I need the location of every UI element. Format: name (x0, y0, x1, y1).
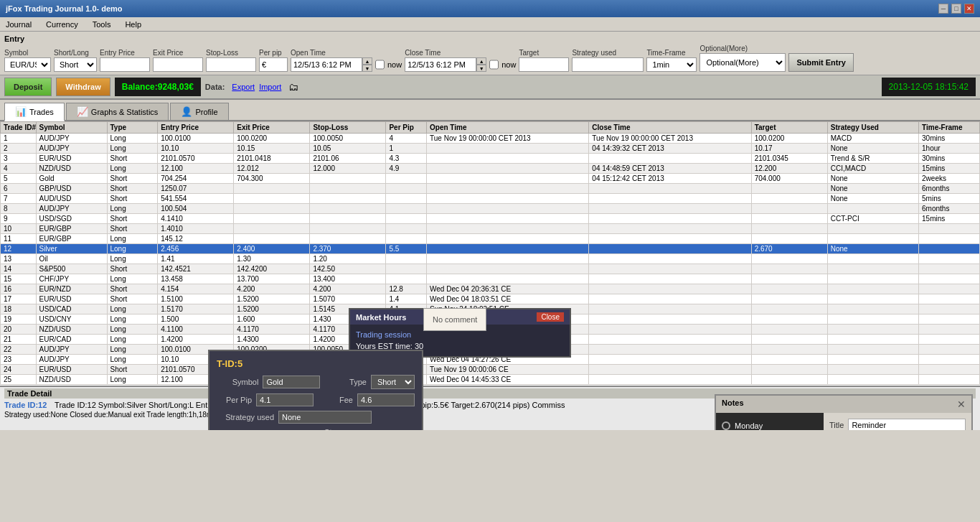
per-pip-input[interactable] (259, 57, 288, 72)
table-row[interactable]: 2AUD/JPYLong10.1010.1510.05104 14:39:32 … (1, 144, 980, 154)
maximize-button[interactable]: □ (951, 4, 961, 14)
table-cell (427, 164, 589, 174)
table-cell: EUR/CAD (36, 335, 107, 345)
table-cell: 1.5200 (234, 304, 310, 314)
table-row[interactable]: 3EUR/USDShort2101.05702101.04182101.064.… (1, 154, 980, 164)
menu-tools[interactable]: Tools (90, 19, 114, 29)
table-row[interactable]: 13OilLong1.411.301.20 (1, 254, 980, 264)
entry-price-input[interactable] (100, 57, 150, 72)
table-cell: 142.4200 (234, 264, 310, 274)
entry-price-label: Entry Price (100, 49, 150, 57)
table-row[interactable]: 14S&P500Short142.4521142.4200142.50 (1, 264, 980, 274)
open-time-spinner[interactable]: ▲ ▼ (362, 57, 372, 72)
reminder-item-monday[interactable]: Monday (719, 417, 821, 430)
table-cell (427, 254, 589, 264)
table-row[interactable]: 25NZD/USDLong12.10012.01212.0004.9Wed De… (1, 375, 980, 385)
symbol-select[interactable]: EUR/USD (4, 57, 51, 72)
menu-help[interactable]: Help (122, 19, 144, 29)
table-row[interactable]: 5GoldShort704.254704.30004 15:12:42 CET … (1, 174, 980, 184)
minimize-button[interactable]: ─ (938, 4, 948, 14)
table-cell: 4.200 (310, 284, 386, 294)
te-pip-input[interactable] (256, 393, 314, 406)
exit-price-input[interactable] (153, 57, 203, 72)
table-cell (427, 184, 589, 194)
table-cell: 13.700 (234, 274, 310, 284)
reminder-popup-title: Notes (722, 399, 744, 410)
submit-entry-button[interactable]: Submit Entry (788, 53, 853, 72)
close-button[interactable]: ✕ (964, 4, 974, 14)
open-time-up[interactable]: ▲ (362, 57, 372, 65)
export-link[interactable]: Export (232, 83, 255, 91)
close-time-up[interactable]: ▲ (476, 57, 486, 65)
table-cell: Wed Dec 04 20:36:31 CE (427, 284, 589, 294)
close-time-now-checkbox[interactable] (489, 57, 499, 72)
table-cell (751, 294, 827, 304)
menu-currency[interactable]: Currency (43, 19, 81, 29)
strategy-input[interactable] (572, 57, 644, 72)
te-fee-input[interactable] (357, 393, 415, 406)
table-cell (827, 375, 918, 385)
table-cell (919, 244, 980, 254)
table-row[interactable]: 1AUD/JPYLong100.0100100.0200100.00504Tue… (1, 134, 980, 144)
table-row[interactable]: 16EUR/NZDShort4.1544.2004.20012.8Wed Dec… (1, 284, 980, 294)
table-row[interactable]: 4NZD/USDLong12.10012.01212.0004.904 14:4… (1, 164, 980, 174)
tab-graphs[interactable]: 📈 Graphs & Statistics (66, 103, 169, 120)
table-cell (310, 204, 386, 214)
table-cell: Short (107, 184, 158, 194)
table-row[interactable]: 8AUD/JPYLong100.5046months (1, 204, 980, 214)
table-row[interactable]: 10EUR/GBPShort1.4010 (1, 224, 980, 234)
close-time-down[interactable]: ▼ (476, 65, 486, 72)
te-type-select[interactable]: Short Long (371, 375, 415, 389)
th-symbol: Symbol (36, 122, 107, 134)
close-time-spinner[interactable]: ▲ ▼ (476, 57, 486, 72)
table-row[interactable]: 7AUD/USDShort541.554None5mins (1, 194, 980, 204)
table-cell: Gold (36, 174, 107, 184)
table-cell: MACD (827, 134, 918, 144)
tab-profile[interactable]: 👤 Profile (170, 103, 228, 120)
table-row[interactable]: 15CHF/JPYLong13.45813.70013.400 (1, 274, 980, 284)
table-cell: Long (107, 304, 158, 314)
table-row[interactable]: 9USD/SGDShort4.1410CCT-PCI15mins (1, 214, 980, 224)
tab-trades[interactable]: 📊 Trades (4, 103, 65, 121)
table-cell (827, 325, 918, 335)
target-input[interactable] (519, 57, 569, 72)
stop-loss-input[interactable] (206, 57, 256, 72)
te-symbol-input[interactable] (263, 376, 320, 388)
table-cell: Short (107, 194, 158, 204)
per-pip-group: Per pip (259, 49, 288, 72)
import-link[interactable]: Import (259, 83, 281, 91)
strategy-group: Strategy used (572, 49, 644, 72)
table-cell: 04 14:48:59 CET 2013 (589, 164, 751, 174)
te-strategy-input[interactable] (278, 411, 372, 424)
deposit-button[interactable]: Deposit (4, 78, 52, 96)
table-row[interactable]: 17EUR/USDShort1.51001.52001.50701.4Wed D… (1, 294, 980, 304)
titlebar-controls: ─ □ ✕ (938, 4, 974, 14)
table-cell (386, 184, 427, 194)
open-time-down[interactable]: ▼ (362, 65, 372, 72)
profile-icon: 👤 (181, 106, 192, 117)
withdraw-button[interactable]: Withdraw (56, 78, 110, 96)
table-cell: 1.5170 (158, 304, 234, 314)
menu-journal[interactable]: Journal (3, 19, 34, 29)
open-time-input[interactable] (291, 57, 362, 72)
table-row[interactable]: 24EUR/USDShort2101.05702101.04182101.060… (1, 365, 980, 375)
optional-more-select[interactable]: Optional(More) (699, 53, 786, 72)
table-row[interactable]: 12SilverLong2.4562.4002.3705.52.670None (1, 244, 980, 254)
close-time-input[interactable] (405, 57, 476, 72)
reminder-title-input[interactable] (848, 419, 966, 430)
table-row[interactable]: 6GBP/USDShort1250.07None6months (1, 184, 980, 194)
market-hours-close-button[interactable]: Close (537, 312, 564, 322)
table-cell: 2101.0570 (158, 154, 234, 164)
entry-row: Symbol EUR/USD Short/Long Short Long Ent… (4, 45, 976, 72)
table-cell (427, 194, 589, 204)
reminder-popup-header: Notes ✕ (716, 396, 971, 413)
table-cell: 21 (1, 335, 37, 345)
reminder-popup-close-button[interactable]: ✕ (957, 399, 966, 410)
timeframe-select[interactable]: 1min 5mins 15mins 30mins 1hour (646, 57, 697, 72)
table-cell (386, 234, 427, 244)
short-long-select[interactable]: Short Long (54, 57, 97, 72)
table-row[interactable]: 11EUR/GBPLong145.12 (1, 234, 980, 244)
open-time-now-checkbox[interactable] (375, 57, 385, 72)
tabs-bar: 📊 Trades 📈 Graphs & Statistics 👤 Profile (0, 100, 980, 121)
table-cell: 4.1100 (158, 325, 234, 335)
